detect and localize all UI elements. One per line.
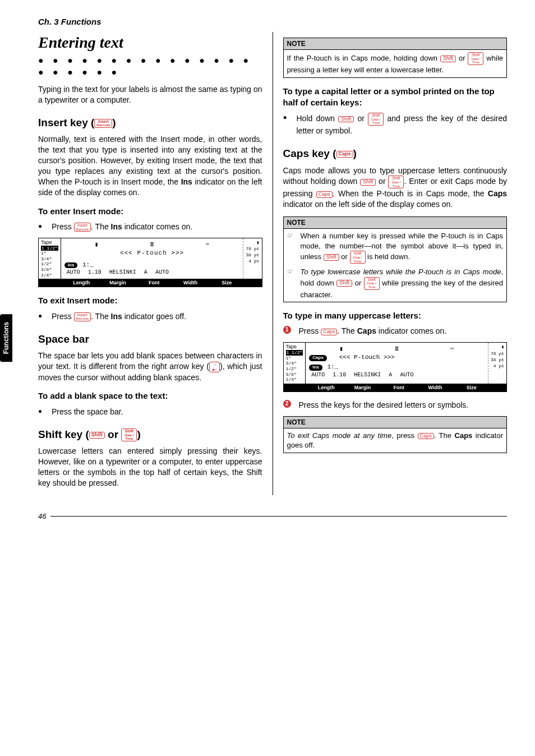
page-title: Entering text <box>38 32 262 53</box>
capital-heading: To type a capital letter or a symbol pri… <box>283 86 508 109</box>
insert-body: Normally, text is entered with the Inser… <box>38 134 262 197</box>
shift-body: Lowercase letters can entered simply pre… <box>38 446 262 488</box>
shift-keycap-icon: Shift <box>360 179 376 186</box>
lcd-tape-column: Tape 1 1/2" 1" 3/4" 1/2" 3/8" 1/4" <box>39 238 61 279</box>
lcd-label-row: LengthMarginFontWidthSize <box>284 384 507 391</box>
caps-body: Caps mode allows you to type uppercase l… <box>283 165 508 210</box>
page-number: 46 <box>38 512 46 520</box>
bullet-icon: ● <box>283 113 289 122</box>
shift-keycap-icon: Shift <box>338 116 354 123</box>
space-body: The space bar lets you add blank spaces … <box>38 351 262 382</box>
lcd-main: ▮ ≣ ✂ <<< P-touch >>> Ins 1:_ AUTO1.10HE… <box>61 238 243 279</box>
left-column: Entering text ● ● ● ● ● ● ● ● ● ● ● ● ● … <box>38 32 273 495</box>
chapter-heading: Ch. 3 Functions <box>38 17 507 26</box>
caps-keycap-icon: Caps <box>336 151 353 158</box>
shift-date-keycap-icon: ShiftDate /Time <box>368 113 384 126</box>
pointer-icon: ☞ <box>287 267 293 276</box>
note-header: NOTE <box>284 217 507 229</box>
shift-keycap-icon: Shift <box>336 280 352 287</box>
bullet-icon: ● <box>38 407 44 416</box>
shift-keycap-icon: Shift <box>89 432 105 439</box>
insert-keycap-icon: InsertBarcode <box>74 312 91 321</box>
lcd-main: ▮ ≣ ✂ Caps <<< P-touch >>> Ins 1:_ AUTO1… <box>306 343 488 383</box>
insert-key-heading: Insert key (InsertBarcode) <box>38 116 262 130</box>
caps-pill: Caps <box>309 355 327 361</box>
shift-date-keycap-icon: ShiftDate /Time <box>350 251 366 264</box>
scissors-icon: ✂ <box>206 241 210 248</box>
shift-date-keycap-icon: ShiftDate /Time <box>364 277 380 290</box>
caps-key-heading: Caps key (Caps) <box>283 146 508 161</box>
caps-keycap-icon: Caps <box>321 329 337 335</box>
caps-keycap-icon: Caps <box>418 433 434 440</box>
insert-keycap-icon: InsertBarcode <box>94 119 112 128</box>
side-tab: Functions <box>0 314 12 362</box>
add-space-step: ● Press the space bar. <box>38 407 262 417</box>
page-footer: 46 <box>38 512 507 520</box>
ins-pill: Ins <box>64 262 78 269</box>
lcd-label-row: LengthMarginFontWidthSize <box>39 279 262 287</box>
note-box-3: NOTE To exit Caps mode at any time, pres… <box>283 416 508 453</box>
scissors-icon: ✂ <box>450 345 454 352</box>
note-box-1: NOTE If the P-touch is in Caps mode, hol… <box>283 38 508 78</box>
shift-keycap-icon: Shift <box>324 254 339 261</box>
ins-pill: Ins <box>309 365 322 371</box>
lcd-pt-column: ▮76 pt 38 pt 4 pt <box>243 238 261 279</box>
caps-keycap-icon: Caps <box>316 191 333 198</box>
space-bar-heading: Space bar <box>38 332 262 347</box>
insert-heading-text: Insert key ( <box>38 117 94 128</box>
add-space-heading: To add a blank space to the text: <box>38 390 262 402</box>
right-column: NOTE If the P-touch is in Caps mode, hol… <box>273 32 508 495</box>
shift-date-keycap-icon: ShiftDate /Time <box>468 52 483 65</box>
lcd-display-1: Tape 1 1/2" 1" 3/4" 1/2" 3/8" 1/4" ▮ ≣ ✂… <box>38 238 262 288</box>
lcd-tape-column: Tape 1 1/2" 1" 3/4" 1/2" 3/8" 1/4" <box>284 343 306 383</box>
shift-date-keycap-icon: ShiftDate /Time <box>388 176 404 188</box>
exit-insert-step: ● Press InsertBarcode. The Ins indicator… <box>38 311 262 322</box>
exit-insert-heading: To exit Insert mode: <box>38 295 262 306</box>
shift-keycap-icon: Shift <box>440 56 456 62</box>
intro-text: Typing in the text for your labels is al… <box>38 84 262 105</box>
note-header: NOTE <box>284 417 507 428</box>
many-upper-heading: To type in many uppercase letters: <box>283 310 508 321</box>
pointer-icon: ☞ <box>287 231 293 240</box>
step-2-icon: 2 <box>283 400 291 408</box>
bullet-icon: ● <box>38 222 44 231</box>
lcd-pt-column: ▮76 pt 38 pt 4 pt <box>488 343 506 383</box>
step-1-icon: 1 <box>283 326 291 334</box>
shift-key-heading: Shift key (Shift or ShiftDate /Time) <box>38 427 262 442</box>
insert-keycap-icon: InsertBarcode <box>74 223 91 232</box>
enter-insert-heading: To enter Insert mode: <box>38 206 262 217</box>
lcd-display-2: Tape 1 1/2" 1" 3/4" 1/2" 3/8" 1/4" ▮ ≣ ✂… <box>283 342 508 392</box>
insert-heading-end: ) <box>112 117 116 128</box>
shift-date-keycap-icon: ShiftDate /Time <box>121 428 137 441</box>
capital-step: ● Hold down Shift or ShiftDate /Time and… <box>283 113 508 136</box>
bullet-icon: ● <box>38 311 44 320</box>
note-header: NOTE <box>284 38 507 50</box>
many-step-1: 1 Press Caps. The Caps indicator comes o… <box>283 326 508 336</box>
enter-insert-step: ● Press InsertBarcode. The Ins indicator… <box>38 222 262 232</box>
title-dots: ● ● ● ● ● ● ● ● ● ● ● ● ● ● ● ● ● ● ● ● … <box>38 54 262 79</box>
note-box-2: NOTE ☞ When a number key is pressed whil… <box>283 216 508 302</box>
many-step-2: 2 Press the keys for the desired letters… <box>283 400 508 411</box>
right-arrow-keycap-icon: →▶| <box>209 362 220 372</box>
